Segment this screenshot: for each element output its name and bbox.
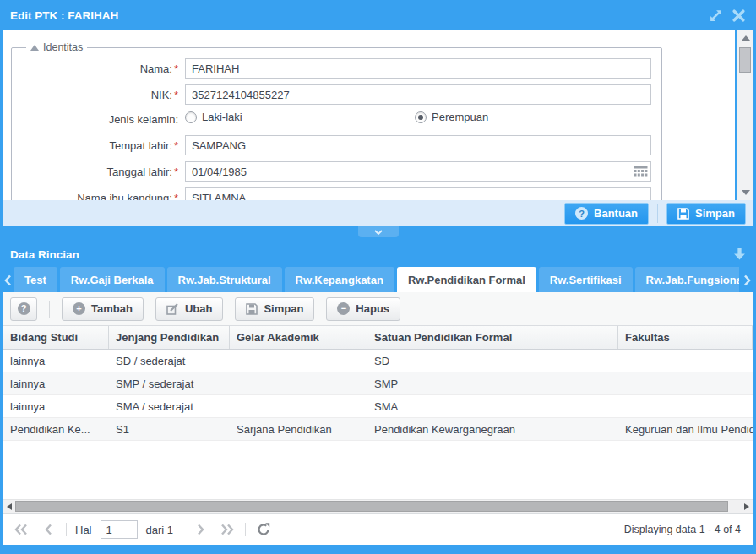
paging-status: Displaying data 1 - 4 of 4 — [624, 524, 744, 535]
nama-ibu-field[interactable] — [185, 187, 651, 200]
rincian-content-panel: ? + Tambah Ubah Simpan — [3, 292, 753, 545]
identitas-legend[interactable]: Identitas — [26, 41, 87, 53]
cell-gelar — [230, 372, 367, 394]
tambah-button-label: Tambah — [91, 302, 133, 315]
minus-circle-icon: − — [337, 302, 350, 315]
table-row[interactable]: lainnya SMA / sederajat SMA — [3, 395, 753, 418]
simpan-button[interactable]: Simpan — [666, 203, 746, 225]
identitas-form-panel: Identitas Nama:* NIK:* Jenis kelamin: — [3, 30, 735, 200]
scrollbar-thumb[interactable] — [739, 47, 751, 73]
scroll-right-icon[interactable] — [744, 503, 749, 510]
tab-scroll-right-icon[interactable] — [741, 269, 753, 291]
cell-fakultas: Keguruan dan Ilmu Pendidi — [618, 418, 753, 440]
save-icon — [677, 208, 689, 220]
field-row-jenis-kelamin: Jenis kelamin: Laki-laki Perempuan — [12, 111, 655, 128]
grid-toolbar: ? + Tambah Ubah Simpan — [3, 292, 753, 326]
last-page-icon[interactable] — [218, 520, 237, 539]
field-row-nik: NIK:* — [12, 84, 655, 105]
paging-divider — [245, 523, 246, 536]
required-marker: * — [174, 62, 178, 75]
cell-jenjang: SMA / sederajat — [109, 395, 230, 417]
paging-divider — [182, 523, 182, 536]
grid-header-row: Bidang Studi Jenjang Pendidikan Gelar Ak… — [3, 326, 753, 350]
nik-label: NIK:* — [12, 89, 185, 101]
table-row[interactable]: lainnya SD / sederajat SD — [3, 350, 753, 372]
scroll-down-icon[interactable] — [742, 190, 750, 195]
column-header-satuan-pendidikan[interactable]: Satuan Pendidikan Formal — [367, 326, 618, 349]
cell-gelar — [230, 395, 367, 417]
dialog-title: Edit PTK : FARIHAH — [10, 9, 118, 22]
collapse-down-arrow-icon[interactable] — [733, 248, 746, 260]
tab-rw-jab-fungsional[interactable]: Rw.Jab.Fungsional — [635, 267, 739, 292]
first-page-icon[interactable] — [12, 520, 30, 539]
hapus-button[interactable]: − Hapus — [326, 297, 400, 321]
scrollbar-thumb[interactable] — [15, 501, 728, 512]
table-row[interactable]: Pendidikan Ke... S1 Sarjana Pendidikan P… — [3, 418, 753, 441]
grid-horizontal-scrollbar[interactable] — [3, 499, 753, 513]
nama-field[interactable] — [185, 58, 651, 79]
grid-simpan-button[interactable]: Simpan — [235, 297, 314, 321]
tab-list: Test Rw.Gaji Berkala Rw.Jab.Struktural R… — [14, 267, 739, 292]
cell-bidang-studi: Pendidikan Ke... — [3, 418, 109, 440]
hal-label: Hal — [75, 524, 92, 536]
identitas-legend-label: Identitas — [43, 41, 83, 53]
save-icon — [246, 303, 258, 315]
page-number-input[interactable] — [101, 520, 138, 539]
form-vertical-scrollbar[interactable] — [737, 30, 753, 200]
paging-divider — [66, 523, 67, 536]
table-row[interactable]: lainnya SMP / sederajat SMP — [3, 372, 753, 395]
tab-rw-sertifikasi[interactable]: Rw.Sertifikasi — [539, 267, 633, 292]
column-header-jenjang-pendidikan[interactable]: Jenjang Pendidikan — [109, 326, 230, 349]
ubah-button[interactable]: Ubah — [155, 297, 224, 321]
tempat-lahir-field[interactable] — [185, 135, 651, 155]
cell-fakultas — [618, 350, 753, 372]
tambah-button[interactable]: + Tambah — [62, 297, 144, 321]
radio-perempuan[interactable]: Perempuan — [415, 111, 488, 123]
field-row-nama-ibu: Nama ibu kandung:* — [12, 187, 655, 200]
calendar-icon[interactable] — [634, 165, 648, 178]
cell-gelar: Sarjana Pendidikan — [230, 418, 367, 440]
radio-laki-laki[interactable]: Laki-laki — [185, 111, 242, 123]
tab-rw-pendidikan-formal[interactable]: Rw.Pendidikan Formal — [397, 267, 536, 292]
close-icon[interactable] — [732, 8, 746, 23]
required-marker: * — [174, 192, 178, 201]
paging-toolbar: Hal dari 1 Displaying data 1 - 4 of 4 — [3, 513, 753, 545]
tempat-lahir-label: Tempat lahir:* — [12, 139, 185, 152]
cell-satuan: Pendidikan Kewarganegraan — [367, 418, 618, 440]
jenis-kelamin-label: Jenis kelamin: — [12, 113, 185, 126]
tab-test[interactable]: Test — [14, 267, 57, 292]
tab-rw-kepangkatan[interactable]: Rw.Kepangkatan — [285, 267, 394, 292]
column-header-fakultas[interactable]: Fakultas — [618, 326, 753, 349]
required-marker: * — [174, 139, 178, 152]
tanggal-lahir-field[interactable] — [185, 161, 651, 182]
cell-jenjang: SD / sederajat — [109, 350, 230, 372]
refresh-icon[interactable] — [254, 520, 273, 539]
tab-rw-gaji-berkala[interactable]: Rw.Gaji Berkala — [60, 267, 165, 292]
cell-bidang-studi: lainnya — [3, 350, 109, 372]
tab-scroll-left-icon[interactable] — [2, 269, 14, 291]
dialog-titlebar: Edit PTK : FARIHAH — [0, 0, 756, 30]
bantuan-button[interactable]: ? Bantuan — [564, 203, 649, 225]
next-page-icon[interactable] — [191, 520, 209, 539]
cell-jenjang: S1 — [109, 418, 230, 440]
panel-collapse-handle[interactable] — [358, 226, 399, 237]
tab-rw-jab-struktural[interactable]: Rw.Jab.Struktural — [167, 267, 282, 292]
edit-ptk-dialog: Edit PTK : FARIHAH Identitas Nama:* — [0, 0, 756, 554]
grid-help-button[interactable]: ? — [10, 297, 37, 321]
scroll-up-icon[interactable] — [742, 35, 750, 41]
grid-simpan-button-label: Simpan — [264, 302, 303, 315]
column-header-bidang-studi[interactable]: Bidang Studi — [3, 326, 109, 349]
cell-satuan: SMP — [367, 372, 618, 394]
help-icon: ? — [575, 207, 588, 220]
column-header-gelar-akademik[interactable]: Gelar Akademik — [230, 326, 367, 349]
prev-page-icon[interactable] — [39, 520, 57, 539]
data-rincian-title: Data Rincian — [10, 248, 79, 261]
nik-field[interactable] — [185, 84, 651, 105]
cell-jenjang: SMP / sederajat — [109, 372, 230, 394]
required-marker: * — [174, 89, 178, 101]
radio-unchecked-icon — [185, 111, 197, 123]
chevron-down-icon — [374, 230, 383, 235]
scroll-left-icon[interactable] — [7, 503, 12, 510]
maximize-icon[interactable] — [709, 8, 723, 23]
dialog-footer: ? Bantuan Simpan — [3, 200, 753, 226]
